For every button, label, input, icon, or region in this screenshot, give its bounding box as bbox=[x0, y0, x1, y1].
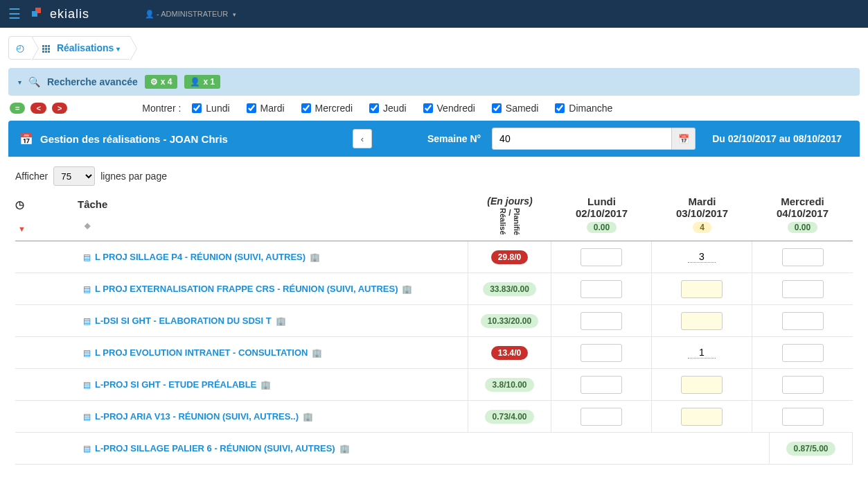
breadcrumb: ◴ Réalisations ▾ bbox=[8, 36, 860, 60]
day-value-input[interactable] bbox=[782, 280, 824, 298]
chevron-left-icon: ‹ bbox=[361, 134, 364, 144]
filter-badge-user-label: x 1 bbox=[203, 77, 215, 87]
day-value-input[interactable] bbox=[581, 312, 622, 330]
progress-badge: 3.8/10.00 bbox=[485, 378, 533, 392]
nav-eq-button[interactable]: = bbox=[10, 103, 25, 114]
topbar: ☰ ekialis 👤 - ADMINISTRATEUR ▾ bbox=[0, 0, 868, 28]
day-check-lundi[interactable]: Lundi bbox=[192, 103, 229, 114]
task-link[interactable]: L PROJ EVOLUTION INTRANET - CONSULTATION bbox=[95, 347, 308, 358]
sitemap-icon: ◴ bbox=[16, 42, 24, 53]
search-panel[interactable]: ▾ 🔍 Recherche avancée ⚙ x 4 👤 x 1 bbox=[8, 68, 860, 96]
day-value-input[interactable] bbox=[681, 280, 723, 298]
day-value-input[interactable] bbox=[581, 408, 622, 426]
filter-badge-settings-label: x 4 bbox=[161, 77, 172, 87]
table-body: ▤L PROJ SILLAGE P4 - RÉUNION (SUIVI, AUT… bbox=[15, 241, 853, 465]
calendar-picker-button[interactable]: 📅 bbox=[672, 128, 696, 150]
day-value-input[interactable] bbox=[688, 347, 716, 358]
unit-label: (En jours) bbox=[468, 196, 551, 207]
nav-next-button[interactable]: > bbox=[52, 103, 67, 114]
cell-day bbox=[551, 337, 652, 368]
day-value-input[interactable] bbox=[782, 248, 824, 266]
day-check-jeudi[interactable]: Jeudi bbox=[369, 103, 406, 114]
day-checkbox[interactable] bbox=[423, 103, 433, 113]
cell-spacer bbox=[15, 433, 78, 464]
day-check-dimanche[interactable]: Dimanche bbox=[555, 103, 612, 114]
task-link[interactable]: L PROJ EXTERNALISATION FRAPPE CRS - RÉUN… bbox=[95, 284, 398, 294]
filter-badge-settings[interactable]: ⚙ x 4 bbox=[145, 75, 178, 89]
task-icon: ▤ bbox=[83, 412, 91, 422]
day-total-badge: 0.00 bbox=[587, 222, 617, 233]
progress-badge: 0.73/4.00 bbox=[485, 410, 533, 424]
day-checkbox[interactable] bbox=[369, 103, 379, 113]
table-row: ▤L-PROJ SILLAGE PALIER 6 - RÉUNION (SUIV… bbox=[15, 433, 853, 465]
day-check-label: Mardi bbox=[260, 103, 285, 114]
task-icon: ▤ bbox=[83, 380, 91, 390]
table-row: ▤L PROJ EVOLUTION INTRANET - CONSULTATIO… bbox=[15, 337, 853, 369]
cell-day bbox=[551, 401, 652, 432]
day-checkbox[interactable] bbox=[192, 103, 202, 113]
day-value-input[interactable] bbox=[581, 376, 622, 394]
cell-day bbox=[652, 337, 752, 368]
day-value-input[interactable] bbox=[681, 376, 723, 394]
day-check-mardi[interactable]: Mardi bbox=[247, 103, 285, 114]
day-checkbox[interactable] bbox=[247, 103, 256, 113]
day-value-input[interactable] bbox=[681, 408, 723, 426]
table-row: ▤L-PROJ SI GHT - ETUDE PRÉALABLE🏢3.8/10.… bbox=[15, 369, 853, 401]
day-value-input[interactable] bbox=[581, 344, 622, 362]
filter-badge-user[interactable]: 👤 x 1 bbox=[184, 75, 220, 89]
cell-spacer bbox=[15, 305, 78, 336]
day-value-input[interactable] bbox=[681, 312, 723, 330]
breadcrumb-home[interactable]: ◴ bbox=[8, 36, 32, 60]
page-size-select[interactable]: 75 bbox=[53, 166, 95, 186]
user-label: - ADMINISTRATEUR bbox=[157, 10, 228, 18]
user-menu[interactable]: 👤 - ADMINISTRATEUR ▾ bbox=[145, 10, 236, 19]
task-link[interactable]: L PROJ SILLAGE P4 - RÉUNION (SUIVI, AUTR… bbox=[95, 252, 305, 262]
task-link[interactable]: L-PROJ ARIA V13 - RÉUNION (SUIVI, AUTRES… bbox=[95, 411, 299, 422]
day-name: Mercredi bbox=[752, 196, 853, 207]
date-range-label: Du 02/10/2017 au 08/10/2017 bbox=[712, 133, 842, 144]
breadcrumb-link[interactable]: Réalisations ▾ bbox=[42, 42, 120, 53]
day-value-input[interactable] bbox=[581, 280, 622, 298]
brand-logo[interactable]: ekialis bbox=[32, 7, 89, 21]
caret-down-icon: ▾ bbox=[18, 78, 21, 86]
day-value-input[interactable] bbox=[581, 248, 622, 266]
cell-day bbox=[652, 401, 752, 432]
day-check-mercredi[interactable]: Mercredi bbox=[301, 103, 353, 114]
task-link[interactable]: L-DSI SI GHT - ELABORATION DU SDSI T bbox=[95, 316, 272, 326]
col-task-header[interactable]: Tâche ◆ bbox=[78, 196, 468, 235]
day-value-input[interactable] bbox=[782, 408, 824, 426]
cell-task: ▤L-DSI SI GHT - ELABORATION DU SDSI T🏢 bbox=[78, 305, 468, 336]
day-checkbox[interactable] bbox=[492, 103, 502, 113]
day-total-badge: 0.00 bbox=[788, 222, 817, 233]
progress-badge: 10.33/20.00 bbox=[481, 314, 538, 328]
building-icon: 🏢 bbox=[402, 284, 412, 294]
breadcrumb-current[interactable]: Réalisations ▾ bbox=[32, 36, 130, 60]
day-check-samedi[interactable]: Samedi bbox=[492, 103, 538, 114]
day-check-label: Dimanche bbox=[569, 103, 612, 114]
sort-indicator-icon[interactable]: ▼ bbox=[18, 225, 78, 233]
nav-prev-button[interactable]: < bbox=[30, 103, 46, 114]
task-link[interactable]: L-PROJ SI GHT - ETUDE PRÉALABLE bbox=[95, 379, 256, 390]
day-check-vendredi[interactable]: Vendredi bbox=[423, 103, 475, 114]
col-clock: ◷ ▼ bbox=[15, 196, 78, 235]
day-value-input[interactable] bbox=[782, 312, 824, 330]
day-date: 02/10/2017 bbox=[551, 207, 652, 219]
prev-week-button[interactable]: ‹ bbox=[353, 129, 372, 148]
day-value-input[interactable] bbox=[782, 376, 824, 394]
day-checkbox[interactable] bbox=[301, 103, 311, 113]
day-checkbox[interactable] bbox=[555, 103, 565, 113]
progress-badge: 13.4/0 bbox=[491, 346, 528, 360]
table-header: ◷ ▼ Tâche ◆ (En jours) Réalisé / Planifi… bbox=[15, 196, 853, 241]
sort-icon: ◆ bbox=[85, 221, 468, 230]
calendar-icon: 📅 bbox=[19, 132, 33, 146]
week-number-input[interactable] bbox=[492, 128, 672, 150]
week-header-title: Gestion des réalisations - JOAN Chris bbox=[40, 133, 228, 145]
day-value-input[interactable] bbox=[688, 251, 716, 263]
clock-icon[interactable]: ◷ bbox=[15, 198, 24, 210]
montrer-label: Montrer : bbox=[142, 103, 181, 114]
day-value-input[interactable] bbox=[782, 344, 824, 362]
task-link[interactable]: L-PROJ SILLAGE PALIER 6 - RÉUNION (SUIVI… bbox=[95, 443, 335, 453]
nav-row: = < > Montrer : LundiMardiMercrediJeudiV… bbox=[8, 103, 860, 114]
hamburger-icon[interactable]: ☰ bbox=[8, 6, 21, 22]
realise-label: Réalisé bbox=[499, 208, 507, 235]
